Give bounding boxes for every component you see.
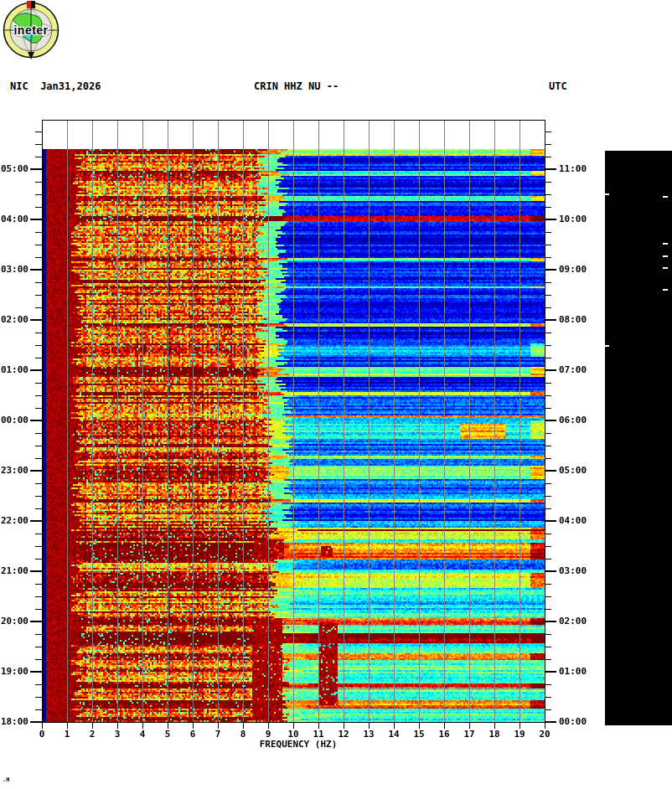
time-label-right: 04:00: [559, 516, 587, 526]
time-label-right: 00:00: [559, 717, 587, 727]
freq-tick-label: 19: [505, 730, 534, 740]
freq-tick-label: 14: [380, 730, 408, 740]
time-label-right: 01:00: [559, 667, 587, 677]
time-label-right: 05:00: [559, 466, 587, 476]
time-label-right: 09:00: [559, 265, 587, 275]
time-label-right: 10:00: [559, 214, 587, 224]
panel-dash-left: [605, 345, 609, 347]
freq-tick-label: 5: [153, 730, 182, 740]
freq-tick-label: 1: [53, 730, 81, 740]
freq-tick-label: 6: [178, 730, 207, 740]
time-label-left: 21:00: [1, 566, 28, 576]
time-label-left: 01:00: [1, 365, 28, 375]
freq-tick-label: 2: [78, 730, 106, 740]
time-label-left: 05:00: [1, 164, 28, 174]
panel-dash-right: [663, 196, 668, 198]
freq-tick-label: 18: [480, 730, 509, 740]
time-label-right: 03:00: [559, 566, 587, 576]
time-label-left: 00:00: [1, 415, 28, 425]
time-label-right: 08:00: [559, 315, 587, 325]
freq-tick-label: 17: [455, 730, 483, 740]
freq-tick-label: 7: [204, 730, 232, 740]
side-black-panel: [605, 151, 672, 725]
time-label-right: 11:00: [559, 164, 587, 174]
freq-tick-label: 0: [28, 730, 56, 740]
time-label-right: 06:00: [559, 415, 587, 425]
panel-dash-right: [663, 267, 668, 269]
freq-tick-label: 15: [405, 730, 433, 740]
time-label-left: 18:00: [1, 717, 28, 727]
panel-dash-right: [663, 289, 668, 291]
x-axis-title: FREQUENCY (HZ): [256, 740, 340, 750]
time-label-left: 03:00: [1, 265, 28, 275]
time-label-left: 23:00: [1, 466, 28, 476]
panel-dash-left: [605, 193, 609, 195]
freq-tick-label: 20: [530, 730, 559, 740]
footer-mark: .H: [3, 777, 9, 783]
time-label-left: 19:00: [1, 667, 28, 677]
freq-tick-label: 8: [229, 730, 257, 740]
time-label-left: 02:00: [1, 315, 28, 325]
time-label-right: 02:00: [559, 616, 587, 627]
panel-dash-right: [663, 255, 668, 257]
panel-dash-right: [663, 243, 668, 245]
time-label-left: 22:00: [1, 516, 28, 526]
time-label-right: 07:00: [559, 365, 587, 375]
time-label-left: 04:00: [1, 214, 28, 224]
freq-tick-label: 16: [430, 730, 458, 740]
freq-tick-label: 3: [103, 730, 132, 740]
time-label-left: 20:00: [1, 616, 28, 627]
freq-tick-label: 13: [354, 730, 383, 740]
spectrogram-page: ineter NIC Jan31,2026 CRIN HHZ NU -- UTC…: [0, 0, 672, 789]
freq-tick-label: 4: [128, 730, 157, 740]
